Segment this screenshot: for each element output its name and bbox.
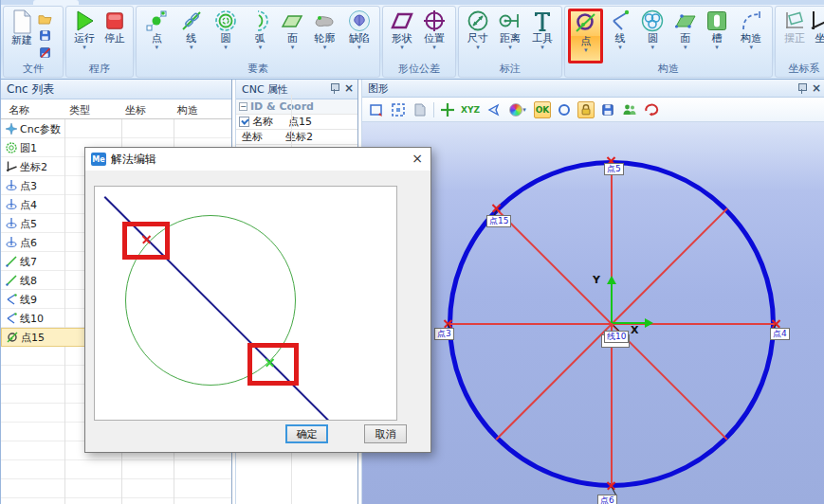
- chevron-down-icon: ▾: [357, 45, 361, 51]
- flip-view-icon[interactable]: [412, 101, 429, 118]
- chevron-down-icon: ▾: [400, 45, 404, 51]
- ribbon-group-tolerance: 形状 ▾ 位置 ▾ 形位公差: [382, 6, 456, 78]
- feature-label-point15[interactable]: 点15: [486, 215, 511, 227]
- property-value-coord[interactable]: 坐标2: [285, 130, 313, 144]
- chevron-down-icon: ▾: [750, 45, 754, 51]
- dialog-close-icon[interactable]: ×: [412, 152, 423, 165]
- construct-point-button-highlighted[interactable]: 点 ▾: [568, 9, 603, 63]
- close-icon[interactable]: ×: [812, 82, 821, 94]
- pin-icon[interactable]: [330, 83, 339, 94]
- element-profile-button[interactable]: 轮廓 ▾: [307, 9, 341, 51]
- construct-slot-button[interactable]: 槽 ▾: [702, 9, 731, 51]
- distance-icon: [499, 9, 522, 32]
- chevron-down-icon: ▾: [291, 45, 295, 51]
- property-row-name[interactable]: 名称 点15: [236, 115, 357, 130]
- construct-face-button[interactable]: 面 ▾: [670, 9, 700, 51]
- list-item-cnc-params[interactable]: Cnc参数: [1, 119, 231, 138]
- app-me-icon: Me: [91, 153, 106, 166]
- coordinate-button-clipped[interactable]: 坐: [811, 9, 824, 45]
- column-coord[interactable]: 坐标: [125, 103, 146, 117]
- ok-toggle-button[interactable]: OK: [534, 101, 551, 118]
- lock-toggle-button[interactable]: [577, 101, 595, 118]
- fit-view-icon[interactable]: [368, 101, 385, 118]
- feature-label-point6[interactable]: 点6: [597, 495, 617, 504]
- rotate-view-icon[interactable]: [643, 101, 660, 118]
- feature-label-point5[interactable]: 点5: [604, 163, 624, 175]
- solution-preview-canvas[interactable]: [94, 186, 397, 421]
- column-construct[interactable]: 构造: [177, 103, 198, 117]
- group-label-construct: 构造: [565, 62, 772, 76]
- dialog-titlebar[interactable]: Me 解法编辑 ×: [85, 148, 430, 171]
- checkbox-checked[interactable]: [239, 117, 249, 127]
- chevron-down-icon: ▾: [715, 45, 719, 51]
- point-measure-icon: [145, 9, 168, 32]
- property-row-coord[interactable]: 坐标 坐标2: [236, 130, 357, 145]
- column-name[interactable]: 名称: [9, 103, 29, 117]
- y-axis-arrow: [611, 283, 613, 323]
- pin-icon[interactable]: [797, 83, 806, 94]
- align-button[interactable]: 摆正: [778, 9, 811, 45]
- ribbon-group-program: 运行 ▾ 停止 程序: [65, 6, 134, 78]
- text-tool-icon: [531, 9, 554, 32]
- save-view-icon[interactable]: [599, 101, 616, 118]
- element-face-button[interactable]: 面 ▾: [278, 9, 308, 51]
- users-icon[interactable]: [621, 101, 638, 118]
- construct-line-button[interactable]: 线 ▾: [605, 9, 634, 51]
- element-line-button[interactable]: 线 ▾: [174, 9, 208, 51]
- graphics-canvas[interactable]: Y X 点5 点15 点3 点4 线10 点6: [362, 122, 824, 504]
- solution-point-marker-red: [142, 235, 151, 243]
- group-label-tolerance: 形位公差: [383, 62, 455, 76]
- zoom-extents-icon[interactable]: [390, 101, 407, 118]
- x-axis-arrowhead: [645, 318, 653, 328]
- star-icon: [5, 123, 17, 135]
- chevron-down-icon: ▾: [651, 45, 655, 51]
- save-icon[interactable]: [37, 27, 52, 43]
- properties-title: CNC 属性: [242, 82, 288, 97]
- chevron-down-icon: ▾: [259, 45, 263, 51]
- chevron-down-icon: ▾: [684, 45, 687, 51]
- diameter-point-icon: [6, 332, 18, 344]
- element-point-button[interactable]: 点 ▾: [139, 9, 174, 51]
- run-button[interactable]: 运行 ▾: [69, 9, 100, 51]
- shape-tolerance-icon: [391, 9, 413, 32]
- crosshair-icon[interactable]: [439, 101, 456, 118]
- circle-measure-icon: [214, 9, 237, 32]
- point-feature-icon: [5, 180, 17, 192]
- chevron-down-icon: ▾: [584, 47, 588, 54]
- element-circle-button[interactable]: 圆 ▾: [209, 9, 243, 51]
- feature-label-point4[interactable]: 点4: [770, 328, 790, 340]
- element-defect-button[interactable]: 缺陷 ▾: [342, 9, 376, 51]
- open-folder-icon[interactable]: [37, 10, 52, 26]
- property-section-id-coord[interactable]: − ID & Coord: [236, 99, 357, 115]
- feature-label-line10[interactable]: 线10: [604, 331, 629, 343]
- group-label-coordinate: 坐标系: [776, 62, 824, 76]
- distance-button[interactable]: 距离 ▾: [494, 9, 526, 51]
- ok-button[interactable]: 确定: [285, 424, 328, 443]
- feature-label-point3[interactable]: 点3: [434, 328, 454, 340]
- new-file-button[interactable]: 新建: [7, 9, 37, 46]
- element-arc-button[interactable]: 弧 ▾: [243, 9, 277, 51]
- dimension-button[interactable]: 尺寸 ▾: [462, 9, 494, 51]
- tolerance-position-button[interactable]: 位置 ▾: [418, 9, 450, 51]
- collapse-icon[interactable]: −: [239, 102, 247, 111]
- group-label-file: 文件: [4, 62, 63, 76]
- xyz-axes-icon[interactable]: XYZ: [461, 101, 480, 118]
- cancel-button[interactable]: 取消: [364, 424, 407, 443]
- face-measure-icon: [281, 9, 303, 32]
- construct-circle-button[interactable]: 圆 ▾: [637, 9, 668, 51]
- column-type[interactable]: 类型: [69, 103, 90, 117]
- axes-icon: [809, 9, 824, 32]
- tools-button[interactable]: 工具 ▾: [526, 9, 558, 51]
- circle-display-icon[interactable]: [556, 101, 573, 118]
- run-icon: [73, 9, 96, 32]
- tolerance-shape-button[interactable]: 形状 ▾: [386, 9, 418, 51]
- color-wheel-icon[interactable]: ▾: [506, 101, 529, 118]
- save-as-icon[interactable]: [37, 45, 52, 60]
- construct-point-icon: [575, 12, 597, 35]
- stop-button[interactable]: 停止: [100, 9, 130, 45]
- close-icon[interactable]: ×: [344, 82, 354, 94]
- select-arrow-icon[interactable]: [485, 101, 502, 118]
- chevron-down-icon: ▾: [432, 45, 436, 51]
- construct-generic-button[interactable]: 构造 ▾: [734, 9, 769, 51]
- point-feature-icon: [5, 199, 17, 211]
